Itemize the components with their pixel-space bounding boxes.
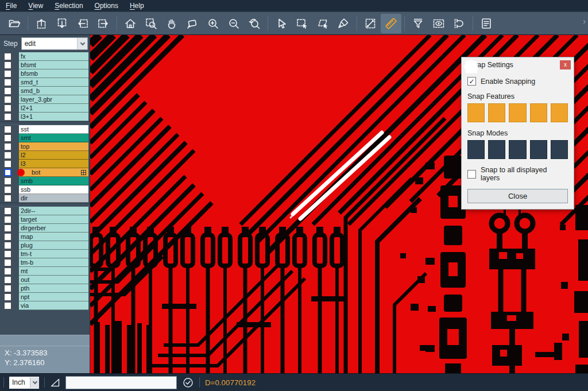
layer-row[interactable]: bfsmt — [0, 61, 90, 69]
layer-visibility-checkbox[interactable] — [4, 177, 11, 185]
layer-name-cell[interactable]: dir — [19, 194, 88, 203]
layer-visibility-checkbox[interactable] — [4, 87, 11, 95]
layer-name-cell[interactable]: bot — [19, 168, 88, 177]
layer-name-cell[interactable]: bfsmb — [19, 69, 88, 78]
layer-name-cell[interactable]: top — [19, 142, 88, 151]
report-list-button[interactable] — [476, 14, 497, 33]
shift-up-button[interactable] — [31, 14, 52, 33]
layer-row[interactable]: tm-t — [0, 250, 90, 258]
layer-row[interactable]: map — [0, 233, 90, 241]
layer-visibility-checkbox[interactable] — [4, 96, 11, 103]
layer-name-cell[interactable]: l2+1 — [19, 104, 88, 113]
layer-name-cell[interactable]: sst — [19, 125, 88, 134]
unit-select[interactable]: Inch — [9, 377, 39, 389]
layer-row[interactable]: l2 — [0, 151, 90, 160]
open-folder-button[interactable] — [4, 14, 25, 33]
layer-visibility-checkbox[interactable] — [4, 104, 11, 112]
zoom-out-button[interactable] — [223, 14, 244, 33]
layer-name-cell[interactable]: map — [19, 233, 88, 241]
layer-visibility-checkbox[interactable] — [4, 242, 11, 249]
layer-name-cell[interactable]: bfsmt — [19, 61, 88, 69]
layer-row[interactable]: layer_3.gbr — [0, 95, 90, 104]
shift-down-button[interactable] — [52, 14, 72, 33]
measure-distance-button[interactable] — [360, 14, 381, 33]
layer-row[interactable]: target — [0, 215, 90, 224]
layer-name-cell[interactable]: via — [19, 301, 88, 310]
layer-row[interactable]: top — [0, 142, 90, 151]
layer-visibility-checkbox[interactable] — [4, 70, 11, 78]
layer-name-cell[interactable]: target — [19, 215, 88, 224]
layer-row[interactable]: smd_t — [0, 78, 90, 87]
layer-name-cell[interactable]: mt — [19, 267, 88, 276]
layer-name-cell[interactable]: smd_t — [19, 78, 88, 87]
select-polygon-button[interactable] — [312, 14, 333, 33]
layer-name-cell[interactable]: tm-t — [19, 250, 88, 258]
layer-row[interactable]: mt — [0, 267, 90, 276]
layer-visibility-checkbox[interactable] — [4, 186, 11, 193]
zoom-object-button[interactable] — [182, 14, 203, 33]
layer-name-cell[interactable]: 2dir-- — [19, 207, 88, 215]
layer-visibility-checkbox[interactable] — [4, 126, 11, 133]
layer-visibility-checkbox[interactable] — [4, 224, 11, 232]
layer-visibility-checkbox[interactable] — [4, 259, 11, 266]
measure-input[interactable] — [65, 376, 177, 389]
clean-brush-button[interactable] — [333, 14, 354, 33]
layer-name-cell[interactable]: pth — [19, 284, 88, 293]
layer-visibility-checkbox[interactable] — [4, 143, 11, 150]
layer-name-cell[interactable]: smt — [19, 134, 88, 142]
layer-row[interactable]: pth — [0, 284, 90, 293]
layer-row[interactable]: smb — [0, 177, 90, 185]
step-select[interactable]: edit — [21, 37, 88, 50]
layer-visibility-checkbox[interactable] — [4, 268, 11, 275]
layer-name-cell[interactable]: out — [19, 276, 88, 284]
layer-visibility-checkbox[interactable] — [4, 207, 11, 215]
snap-contour-button[interactable] — [551, 140, 568, 159]
menu-selection[interactable]: Selection — [49, 0, 88, 11]
zoom-in-button[interactable] — [203, 14, 223, 33]
layer-name-cell[interactable]: plug — [19, 241, 88, 250]
layer-name-cell[interactable]: layer_3.gbr — [19, 95, 88, 104]
snap-magnet-button[interactable] — [449, 14, 470, 33]
layer-name-cell[interactable]: l3+1 — [19, 113, 88, 121]
layer-name-cell[interactable]: smd_b — [19, 87, 88, 95]
layer-row[interactable]: l2+1 — [0, 104, 90, 113]
layer-row[interactable]: dir — [0, 194, 90, 203]
layer-visibility-checkbox[interactable] — [4, 134, 11, 142]
layer-name-cell[interactable]: l2 — [19, 151, 88, 160]
layer-row[interactable]: 2dir-- — [0, 207, 90, 215]
shift-left-button[interactable] — [72, 14, 93, 33]
layer-row[interactable]: tm-b — [0, 258, 90, 267]
layer-visibility-checkbox[interactable] — [4, 276, 11, 284]
shift-right-button[interactable] — [93, 14, 114, 33]
refresh-check-icon[interactable] — [182, 377, 194, 389]
layer-visibility-checkbox[interactable] — [4, 233, 11, 241]
layer-visibility-checkbox[interactable] — [4, 61, 11, 69]
layer-row[interactable]: fx — [0, 52, 90, 61]
menu-options[interactable]: Options — [89, 0, 124, 11]
layer-visibility-checkbox[interactable] — [4, 285, 11, 292]
view-box-button[interactable] — [428, 14, 449, 33]
menu-file[interactable]: File — [0, 0, 22, 11]
layer-name-cell[interactable]: dirgerber — [19, 224, 88, 233]
layer-row[interactable]: plug — [0, 241, 90, 250]
layer-name-cell[interactable]: smb — [19, 177, 88, 185]
menu-help[interactable]: Help — [124, 0, 150, 11]
layer-visibility-checkbox[interactable] — [4, 293, 11, 301]
layer-row[interactable]: l3+1 — [0, 113, 90, 121]
zoom-previous-button[interactable] — [244, 14, 265, 33]
layer-visibility-checkbox[interactable] — [4, 169, 11, 176]
toolbar-overflow-chevron[interactable]: › — [583, 17, 586, 26]
layer-visibility-checkbox[interactable] — [4, 302, 11, 309]
layer-row[interactable]: bot — [0, 168, 90, 177]
layer-row[interactable]: l3 — [0, 160, 90, 168]
layer-name-cell[interactable]: ssb — [19, 185, 88, 194]
layer-visibility-checkbox[interactable] — [4, 160, 11, 168]
layer-visibility-checkbox[interactable] — [4, 195, 11, 202]
layer-row[interactable]: smt — [0, 134, 90, 142]
layer-row[interactable]: bfsmb — [0, 69, 90, 78]
pan-hand-button[interactable] — [161, 14, 182, 33]
layer-row[interactable]: sst — [0, 125, 90, 134]
layer-row[interactable]: dirgerber — [0, 224, 90, 233]
layer-visibility-checkbox[interactable] — [4, 152, 11, 159]
menu-view[interactable]: View — [22, 0, 49, 11]
